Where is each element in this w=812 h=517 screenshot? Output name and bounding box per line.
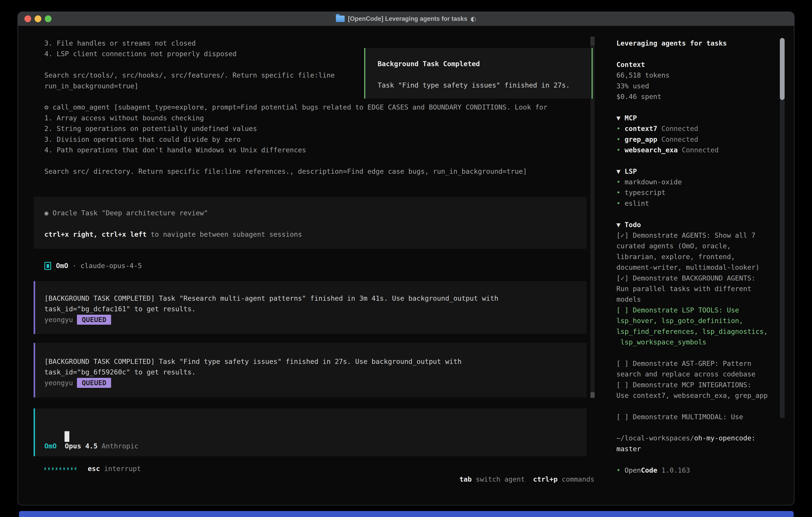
traffic-lights bbox=[24, 12, 52, 26]
model-row: OmO Opus 4.5 Anthropic bbox=[45, 441, 139, 452]
spinner-dot bbox=[71, 467, 72, 470]
todo-active-line: lsp_find_references, lsp_diagnostics, bbox=[616, 326, 767, 337]
app-name-dim: Open bbox=[625, 466, 641, 474]
mcp-heading: MCP bbox=[625, 114, 637, 122]
spinner-dot bbox=[52, 467, 54, 470]
spinner-dots bbox=[45, 467, 79, 470]
window-title-text: [OpenCode] Leveraging agents for tasks bbox=[348, 15, 467, 22]
sidebar-scrollbar-track[interactable] bbox=[780, 100, 785, 418]
mcp-name: websearch_exa bbox=[625, 146, 678, 154]
workspace-path: ~/local-workspaces/oh-my-opencode: bbox=[616, 433, 767, 443]
minimize-button[interactable] bbox=[35, 16, 41, 22]
shortcut-description: to navigate between subagent sessions bbox=[147, 230, 302, 238]
main-scrollbar-top-segment[interactable] bbox=[590, 36, 594, 46]
context-spent: $0.46 spent bbox=[616, 91, 767, 102]
bullet-icon: • bbox=[616, 189, 625, 196]
agent-name: OmO bbox=[56, 262, 68, 270]
spinner-dot bbox=[63, 467, 65, 470]
mcp-status: Connected bbox=[657, 125, 698, 133]
transcript-line: 3. Division operations that could divide… bbox=[45, 134, 548, 145]
task-meta-row: yeongyuQUEUED bbox=[45, 378, 587, 388]
subagent-navigation-hint: ctrl+x right, ctrl+x left to navigate be… bbox=[45, 229, 587, 240]
oracle-task-title: ◉ Oracle Task "Deep architecture review" bbox=[45, 208, 587, 218]
notification-body: Task "Find type safety issues" finished … bbox=[378, 80, 591, 90]
window-title: [OpenCode] Leveraging agents for tasks ◐ bbox=[336, 15, 476, 23]
notification-toast[interactable]: Background Task Completed Task "Find typ… bbox=[364, 48, 592, 99]
gear-icon: ⚙ bbox=[45, 103, 48, 111]
chevron-down-icon: ▼ bbox=[616, 221, 625, 229]
prompt-input[interactable]: OmO Opus 4.5 Anthropic bbox=[34, 408, 587, 456]
transcript-line: 2. String operations on potentially unde… bbox=[45, 124, 548, 134]
main-scrollbar-thumb[interactable] bbox=[590, 392, 594, 398]
spinner-dot bbox=[67, 467, 69, 470]
background-task-card: [BACKGROUND TASK COMPLETED] Task "Find t… bbox=[34, 343, 587, 398]
workspace-branch: master bbox=[616, 444, 767, 454]
active-model-label: Opus 4.5 bbox=[57, 442, 97, 450]
background-window-strip bbox=[19, 511, 793, 517]
session-title: Leveraging agents for tasks bbox=[616, 38, 767, 49]
workspace-path-prefix: ~/local-workspaces/ bbox=[616, 434, 694, 442]
todo-done-line: document-writer, multimodal-looker) bbox=[616, 262, 767, 273]
status-badge: QUEUED bbox=[77, 315, 111, 325]
todo-done-line: models bbox=[616, 294, 767, 305]
task-message-line: task_id="bg_6f59260c" to get results. bbox=[45, 367, 587, 377]
spinner-dot bbox=[56, 467, 57, 470]
transcript-line bbox=[45, 155, 548, 166]
task-author: yeongyu bbox=[45, 316, 73, 324]
folder-icon bbox=[336, 16, 345, 22]
todo-pending-line: Use context7, websearch_exa, grep_app bbox=[616, 390, 767, 401]
text-cursor bbox=[64, 431, 69, 442]
ctrlp-action-label: commands bbox=[558, 475, 594, 483]
status-badge: QUEUED bbox=[77, 378, 111, 388]
background-task-card: [BACKGROUND TASK COMPLETED] Task "Resear… bbox=[34, 281, 587, 334]
context-used: 33% used bbox=[616, 81, 767, 91]
close-button[interactable] bbox=[24, 16, 31, 22]
provider-label: Anthropic bbox=[97, 442, 139, 450]
spinner-dot bbox=[75, 467, 76, 470]
app-version: 1.0.163 bbox=[657, 466, 690, 474]
sidebar-scrollbar[interactable] bbox=[780, 38, 785, 418]
workspace-repo: oh-my-opencode: bbox=[694, 434, 755, 442]
bullet-icon: • bbox=[616, 135, 625, 143]
todo-pending-line: [ ] Demonstrate AST-GREP: Pattern bbox=[616, 358, 767, 369]
lsp-heading: LSP bbox=[625, 167, 637, 175]
sidebar-scrollbar-thumb[interactable] bbox=[780, 38, 785, 100]
maximize-button[interactable] bbox=[45, 16, 52, 22]
todo-section-header[interactable]: ▼ Todo bbox=[616, 219, 767, 230]
version-row: • OpenCode 1.0.163 bbox=[616, 465, 767, 475]
todo-heading: Todo bbox=[625, 221, 641, 229]
transcript-line: 1. Array access without bounds checking bbox=[45, 113, 548, 124]
lsp-item: • eslint bbox=[616, 198, 767, 209]
bullet-icon: • bbox=[616, 125, 625, 133]
todo-done-line: Run parallel tasks with different bbox=[616, 283, 767, 294]
agent-header: OmO · claude-opus-4-5 bbox=[45, 261, 142, 271]
chevron-down-icon: ▼ bbox=[616, 167, 625, 175]
esc-key-hint: esc bbox=[88, 465, 100, 472]
mcp-status: Connected bbox=[678, 146, 719, 154]
oracle-task-card: ◉ Oracle Task "Deep architecture review"… bbox=[34, 197, 587, 249]
statusbar-right: tab switch agent ctrl+p commands bbox=[435, 463, 594, 474]
tab-key-hint: tab bbox=[459, 475, 471, 483]
tab-action-label: switch agent bbox=[472, 475, 525, 483]
shortcut-keys: ctrl+x right, ctrl+x left bbox=[45, 230, 147, 238]
task-author: yeongyu bbox=[45, 379, 73, 387]
spinner-dot bbox=[45, 467, 46, 470]
transcript-line: 4. Path operations that don't handle Win… bbox=[45, 145, 548, 155]
transcript-line: 3. File handles or streams not closed bbox=[45, 38, 548, 49]
spinner-dot bbox=[48, 467, 50, 470]
ctrlp-key-hint: ctrl+p bbox=[525, 475, 558, 483]
screenshot-root: [OpenCode] Leveraging agents for tasks ◐… bbox=[0, 0, 812, 517]
esc-action-label: interrupt bbox=[100, 465, 141, 472]
todo-done-line: [✓] Demonstrate AGENTS: Show all 7 bbox=[616, 230, 767, 241]
task-message-line: [BACKGROUND TASK COMPLETED] Task "Resear… bbox=[45, 293, 587, 304]
window-titlebar[interactable]: [OpenCode] Leveraging agents for tasks ◐ bbox=[18, 12, 794, 26]
todo-done-line: [✓] Demonstrate BACKGROUND AGENTS: bbox=[616, 273, 767, 283]
todo-done-line: curated agents (OmO, oracle, bbox=[616, 241, 767, 251]
context-heading: Context bbox=[616, 59, 767, 70]
bullet-icon: • bbox=[616, 466, 625, 474]
todo-active-line: [ ] Demonstrate LSP TOOLS: Use bbox=[616, 305, 767, 316]
lsp-item: • markdown-oxide bbox=[616, 177, 767, 187]
mcp-section-header[interactable]: ▼ MCP bbox=[616, 113, 767, 124]
chevron-down-icon: ▼ bbox=[616, 114, 625, 122]
lsp-section-header[interactable]: ▼ LSP bbox=[616, 166, 767, 177]
